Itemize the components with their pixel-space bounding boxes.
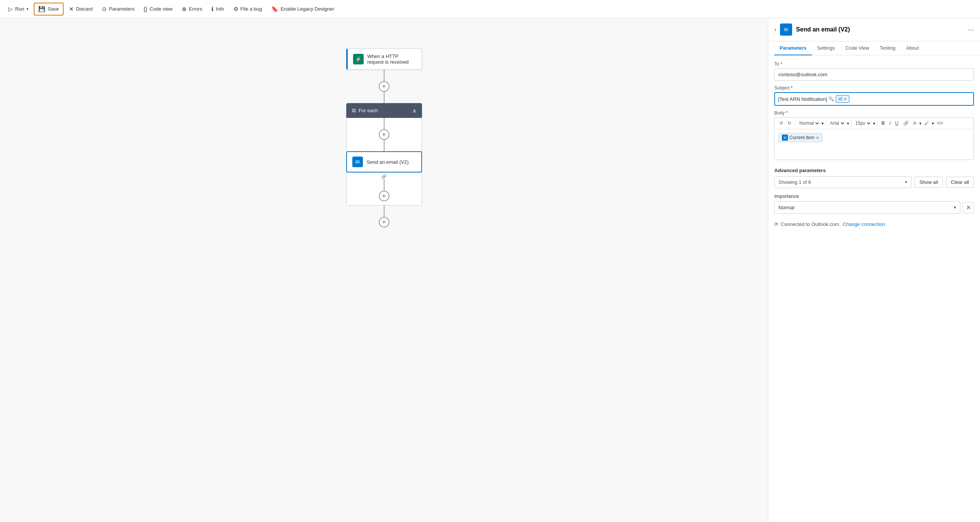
discard-button[interactable]: ✕ Discard [65,3,97,15]
to-required: * [780,61,782,67]
toolbar-divider-2 [826,120,826,126]
tab-about[interactable]: About [901,42,924,55]
italic-button[interactable]: I [888,120,892,127]
toolbar-divider-3 [851,120,851,126]
panel-tabs: Parameters Settings Code View Testing Ab… [768,42,980,55]
http-node-icon: ⚡ [353,54,364,64]
add-after-foreach[interactable]: + [379,217,390,227]
body-token-close[interactable]: ✕ [816,136,819,140]
tab-code-view[interactable]: Code View [840,42,875,55]
run-dropdown-icon: ▾ [27,7,29,11]
redo-button[interactable]: ↻ [786,120,793,127]
file-bug-button[interactable]: ⚙ File a bug [229,3,266,15]
right-panel: › ✉ Send an email (V2) ⋯ Parameters Sett… [768,18,980,522]
highlight-chevron: ▾ [932,121,934,126]
importance-label: Importance [774,193,974,199]
parameters-icon: ⊙ [102,6,107,13]
foreach-container: + ✉ Send an email (V2) 🔗 + [346,118,422,206]
format-select[interactable]: Normal [798,120,820,126]
importance-section: Importance Normal ▾ ✕ [774,193,974,214]
panel-title: Send an email (V2) [796,26,963,33]
advanced-parameters-section: Advanced parameters Showing 1 of 6 ▾ Sho… [774,168,974,188]
add-inside-foreach-top[interactable]: + [379,129,390,140]
send-email-icon: ✉ [352,156,363,167]
link-icon: 🔗 [381,174,387,179]
add-between-http-foreach[interactable]: + [379,81,390,92]
importance-select[interactable]: Normal ▾ [774,201,960,214]
info-label: Info [216,6,224,12]
connector-4 [384,140,385,151]
connector-2 [384,92,385,103]
body-token-label: Current item [789,135,815,140]
info-icon: ℹ [212,6,214,13]
code-view-button[interactable]: {} Code view [140,3,177,14]
size-chevron: ▾ [873,121,875,126]
subject-token-id[interactable]: id ✕ [836,95,849,103]
body-token-icon: ⧉ [782,134,788,140]
panel-body: To * Subject * [Test ARN Notification] 🔍… [768,55,980,522]
send-email-node[interactable]: ✉ Send an email (V2) [346,151,422,172]
bold-button[interactable]: B [880,120,886,127]
add-inside-foreach-bottom[interactable]: + [379,191,390,201]
body-token-current-item[interactable]: ⧉ Current item ✕ [778,133,822,142]
parameters-label: Parameters [109,6,134,12]
subject-token-label: id [838,96,842,102]
advanced-controls: Showing 1 of 6 ▾ Show all Clear all [774,176,974,188]
legacy-icon: 🔖 [271,6,278,13]
showing-text: Showing 1 of 6 [778,179,811,185]
info-button[interactable]: ℹ Info [208,3,228,15]
highlight-button[interactable]: 🖊 [923,120,931,127]
save-icon: 💾 [38,6,45,13]
importance-control: Normal ▾ ✕ [774,201,974,214]
show-all-button[interactable]: Show all [915,177,943,188]
save-button[interactable]: 💾 Save [34,3,64,16]
undo-button[interactable]: ↺ [778,120,784,127]
enable-legacy-button[interactable]: 🔖 Enable Legacy Designer [267,3,338,15]
body-editor: ↺ ↻ Normal ▾ Arial ▾ 15px [774,117,974,160]
font-color-button[interactable]: A [912,120,918,127]
http-node: ⚡ When a HTTP request is received + [346,48,422,103]
code-button[interactable]: </> [935,120,945,127]
tab-parameters[interactable]: Parameters [774,42,812,55]
showing-dropdown[interactable]: Showing 1 of 6 ▾ [774,176,912,188]
http-request-node[interactable]: ⚡ When a HTTP request is received [346,48,422,70]
connected-text: Connected to Outlook.com. [781,221,841,227]
canvas[interactable]: ⚡ When a HTTP request is received + ⧉ Fo… [0,18,768,522]
send-email-label: Send an email (V2) [367,159,409,165]
link-button[interactable]: 🔗 [902,120,910,127]
font-select[interactable]: Arial [829,120,846,126]
panel-more-button[interactable]: ⋯ [967,26,974,34]
subject-input[interactable]: [Test ARN Notification] 🔍 id ✕ [774,92,974,106]
body-required: * [786,110,788,116]
discard-label: Discard [76,6,93,12]
subject-required: * [791,85,792,91]
underline-button[interactable]: U [894,120,900,127]
subject-prefix-text: [Test ARN Notification] [778,96,827,102]
importance-clear-button[interactable]: ✕ [963,202,974,214]
body-content[interactable]: ⧉ Current item ✕ [775,129,974,160]
parameters-button[interactable]: ⊙ Parameters [98,3,138,15]
change-connection-link[interactable]: Change connection [843,221,885,227]
connector-5 [384,179,385,191]
tab-testing[interactable]: Testing [874,42,900,55]
save-label: Save [48,6,59,12]
to-input[interactable] [774,68,974,81]
tab-settings[interactable]: Settings [812,42,840,55]
clear-all-button[interactable]: Clear all [946,177,974,188]
connector-6 [384,206,385,217]
subject-token-close[interactable]: ✕ [844,97,846,101]
main-area: ⚡ When a HTTP request is received + ⧉ Fo… [0,18,980,522]
connector-3 [384,118,385,129]
run-button[interactable]: ▷ Run ▾ [5,3,32,15]
foreach-collapse-icon[interactable]: ∧ [412,108,416,114]
run-icon: ▷ [8,6,13,13]
to-label: To * [774,61,974,67]
toolbar: ▷ Run ▾ 💾 Save ✕ Discard ⊙ Parameters {}… [0,0,980,18]
foreach-header[interactable]: ⧉ For each ∧ [346,103,422,118]
panel-collapse-button[interactable]: › [774,26,776,33]
errors-button[interactable]: ⊗ Errors [178,3,206,15]
foreach-node: ⧉ For each ∧ + ✉ Send an email (V2) 🔗 [346,103,422,227]
run-label: Run [15,6,24,12]
format-chevron: ▾ [822,121,824,126]
size-select[interactable]: 15px [854,120,872,126]
